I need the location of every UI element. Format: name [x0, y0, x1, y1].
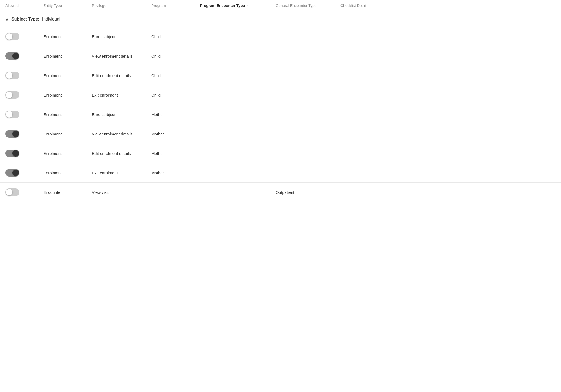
general-encounter-type-cell: Outpatient: [276, 190, 340, 195]
privilege-cell: Edit enrolment details: [92, 73, 151, 78]
program-cell: Mother: [151, 151, 200, 156]
program-cell: Mother: [151, 131, 200, 137]
table-wrapper: Allowed Entity Type Privilege Program Pr…: [0, 0, 561, 202]
table-row: EnrolmentExit enrolmentMother: [0, 163, 561, 183]
header-general-encounter-type: General Encounter Type: [276, 3, 340, 8]
header-entity-type: Entity Type: [43, 3, 92, 8]
privilege-cell: Exit enrolment: [92, 92, 151, 98]
entity-type-cell: Encounter: [43, 190, 92, 195]
sort-asc-icon: ↑: [247, 4, 249, 8]
toggle-allowed-4[interactable]: [5, 111, 43, 118]
entity-type-cell: Enrolment: [43, 92, 92, 98]
toggle-allowed-3[interactable]: [5, 91, 43, 99]
entity-type-cell: Enrolment: [43, 170, 92, 176]
toggle-1[interactable]: [5, 52, 19, 60]
toggle-5[interactable]: [5, 130, 19, 138]
toggle-4[interactable]: [5, 111, 19, 118]
table-row: EnrolmentEdit enrolment detailsChild: [0, 66, 561, 85]
entity-type-cell: Enrolment: [43, 73, 92, 78]
toggle-2[interactable]: [5, 72, 19, 79]
subject-type-row: ∨ Subject Type: Individual: [0, 12, 561, 27]
subject-type-value: Individual: [42, 17, 61, 22]
rows-container: EnrolmentEnrol subjectChildEnrolmentView…: [0, 27, 561, 202]
toggle-allowed-0[interactable]: [5, 33, 43, 40]
toggle-allowed-7[interactable]: [5, 169, 43, 177]
privilege-cell: Exit enrolment: [92, 170, 151, 176]
subject-type-label: Subject Type:: [11, 17, 39, 22]
privilege-cell: View visit: [92, 190, 151, 195]
table-row: EnrolmentEnrol subjectMother: [0, 105, 561, 124]
program-cell: Child: [151, 73, 200, 78]
table-header: Allowed Entity Type Privilege Program Pr…: [0, 0, 561, 12]
header-allowed: Allowed: [5, 3, 43, 8]
table-row: EnrolmentView enrolment detailsMother: [0, 124, 561, 144]
privilege-cell: Edit enrolment details: [92, 151, 151, 156]
entity-type-cell: Enrolment: [43, 151, 92, 156]
toggle-8[interactable]: [5, 188, 19, 196]
entity-type-cell: Enrolment: [43, 112, 92, 117]
toggle-allowed-2[interactable]: [5, 72, 43, 79]
toggle-7[interactable]: [5, 169, 19, 177]
table-row: EnrolmentEdit enrolment detailsMother: [0, 144, 561, 163]
header-program-encounter-type[interactable]: Program Encounter Type ↑: [200, 3, 276, 8]
privilege-cell: View enrolment details: [92, 131, 151, 137]
table-row: EncounterView visitOutpatient: [0, 183, 561, 202]
toggle-allowed-1[interactable]: [5, 52, 43, 60]
chevron-down-icon[interactable]: ∨: [5, 17, 9, 22]
program-cell: Child: [151, 53, 200, 59]
toggle-0[interactable]: [5, 33, 19, 40]
privilege-cell: Enrol subject: [92, 112, 151, 117]
entity-type-cell: Enrolment: [43, 34, 92, 39]
header-privilege: Privilege: [92, 3, 151, 8]
program-cell: Mother: [151, 170, 200, 176]
table-row: EnrolmentView enrolment detailsChild: [0, 46, 561, 66]
toggle-6[interactable]: [5, 150, 19, 157]
program-cell: Mother: [151, 112, 200, 117]
privilege-cell: Enrol subject: [92, 34, 151, 39]
toggle-3[interactable]: [5, 91, 19, 99]
header-program: Program: [151, 3, 200, 8]
entity-type-cell: Enrolment: [43, 53, 92, 59]
table-row: EnrolmentEnrol subjectChild: [0, 27, 561, 46]
program-cell: Child: [151, 34, 200, 39]
entity-type-cell: Enrolment: [43, 131, 92, 137]
toggle-allowed-8[interactable]: [5, 188, 43, 196]
privilege-cell: View enrolment details: [92, 53, 151, 59]
toggle-allowed-6[interactable]: [5, 150, 43, 157]
toggle-allowed-5[interactable]: [5, 130, 43, 138]
table-row: EnrolmentExit enrolmentChild: [0, 85, 561, 105]
header-checklist-detail: Checklist Detail: [340, 3, 384, 8]
program-cell: Child: [151, 92, 200, 98]
